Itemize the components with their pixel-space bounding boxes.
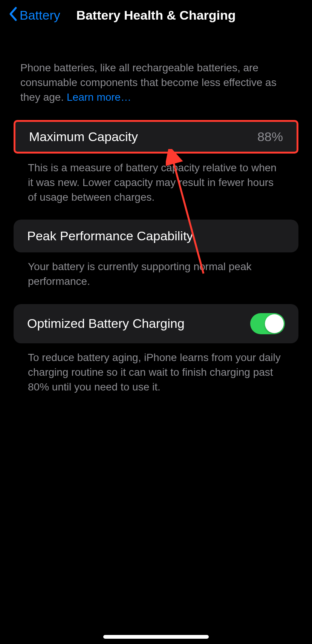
optimized-charging-label: Optimized Battery Charging — [27, 316, 185, 331]
content-area: Phone batteries, like all rechargeable b… — [0, 30, 312, 409]
peak-performance-row[interactable]: Peak Performance Capability — [14, 220, 298, 252]
optimized-charging-toggle[interactable] — [250, 313, 285, 334]
maximum-capacity-footer: This is a measure of battery capacity re… — [0, 154, 312, 220]
chevron-left-icon — [8, 6, 17, 24]
back-button[interactable]: Battery — [8, 6, 60, 24]
peak-performance-label: Peak Performance Capability — [27, 229, 193, 243]
navigation-bar: Battery Battery Health & Charging — [0, 0, 312, 30]
intro-description: Phone batteries, like all rechargeable b… — [0, 60, 312, 120]
maximum-capacity-value: 88% — [257, 129, 283, 144]
intro-text: Phone batteries, like all rechargeable b… — [20, 62, 277, 103]
toggle-knob — [265, 314, 284, 333]
home-indicator[interactable] — [103, 635, 209, 639]
maximum-capacity-row[interactable]: Maximum Capacity 88% — [14, 120, 298, 154]
back-label: Battery — [20, 8, 60, 23]
optimized-charging-footer: To reduce battery aging, iPhone learns f… — [0, 343, 312, 410]
maximum-capacity-label: Maximum Capacity — [29, 129, 138, 144]
learn-more-link[interactable]: Learn more… — [67, 91, 131, 103]
optimized-charging-row: Optimized Battery Charging — [14, 304, 298, 343]
peak-performance-footer: Your battery is currently supporting nor… — [0, 252, 312, 304]
